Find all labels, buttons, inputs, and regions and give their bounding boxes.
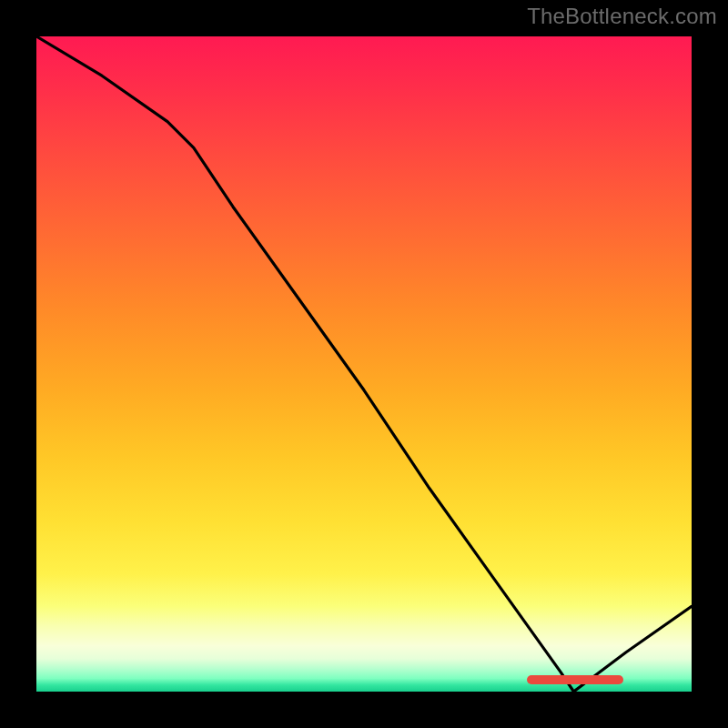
plot-area — [36, 36, 692, 692]
chart-overlay-svg — [36, 36, 692, 692]
watermark-text: TheBottleneck.com — [527, 4, 717, 29]
highlight-range-pill — [527, 675, 624, 684]
chart-frame: TheBottleneck.com — [0, 0, 728, 728]
bottleneck-curve — [36, 36, 692, 692]
